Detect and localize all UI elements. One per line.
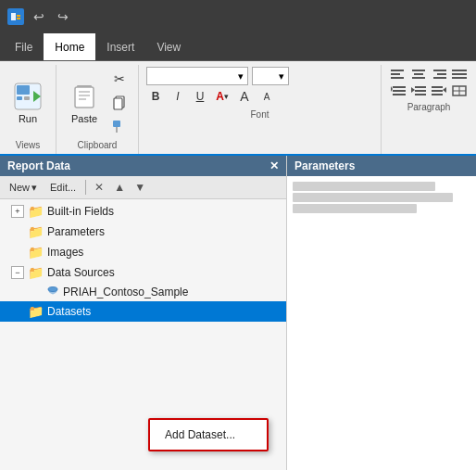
run-button[interactable]: Run	[7, 78, 48, 128]
svg-marker-37	[411, 87, 415, 93]
parameters-panel: Parameters	[287, 156, 476, 470]
menu-file[interactable]: File	[4, 33, 44, 60]
folder-icon-images: 📁	[28, 245, 44, 260]
param-line-3	[293, 204, 417, 213]
align-right-button[interactable]	[430, 67, 448, 82]
priah-label: PRIAH_Contoso_Sample	[63, 286, 188, 299]
report-data-title: Report Data	[7, 159, 70, 172]
report-data-header: Report Data ✕	[0, 156, 286, 176]
svg-rect-34	[415, 86, 426, 88]
indent-decrease-button[interactable]	[430, 83, 448, 98]
new-button[interactable]: New ▾	[4, 180, 43, 196]
tree-item-parameters[interactable]: 📁 Parameters	[0, 222, 286, 242]
svg-rect-13	[79, 98, 86, 100]
svg-rect-2	[17, 15, 20, 17]
move-down-button[interactable]: ▼	[131, 178, 149, 197]
parameters-title: Parameters	[294, 159, 355, 172]
tree-item-builtin[interactable]: + 📁 Built-in Fields	[0, 201, 286, 222]
line-spacing-button[interactable]	[389, 83, 407, 98]
italic-button[interactable]: I	[169, 87, 187, 106]
svg-rect-39	[432, 90, 443, 92]
datasets-label: Datasets	[47, 305, 91, 318]
report-data-panel: Report Data ✕ New ▾ Edit... ✕ ▲ ▼ + 📁 Bu…	[0, 156, 287, 470]
justify-button[interactable]	[450, 67, 469, 82]
clipboard-group-label: Clipboard	[78, 140, 118, 152]
svg-rect-15	[114, 98, 122, 109]
svg-rect-12	[79, 95, 90, 96]
borders-button[interactable]	[450, 83, 469, 98]
font-color-button[interactable]: A ▾	[213, 87, 232, 106]
svg-rect-21	[412, 70, 425, 71]
tree-item-datasets[interactable]: 📁 Datasets	[0, 301, 286, 322]
folder-icon-datasources: 📁	[28, 265, 44, 280]
svg-rect-16	[113, 121, 120, 127]
menu-insert[interactable]: Insert	[95, 33, 145, 60]
parameters-content	[287, 176, 476, 470]
svg-rect-1	[11, 13, 16, 20]
svg-rect-40	[432, 94, 443, 95]
parameters-header: Parameters	[287, 156, 476, 176]
builtin-label: Built-in Fields	[47, 205, 114, 218]
undo-button[interactable]: ↩	[30, 7, 48, 26]
cut-button[interactable]: ✂	[108, 68, 131, 90]
images-label: Images	[47, 246, 83, 259]
paragraph-group-label: Paragraph	[389, 102, 469, 114]
svg-rect-11	[79, 91, 90, 93]
ribbon-group-views: Run Views	[0, 65, 56, 154]
views-group-label: Views	[16, 140, 41, 152]
copy-button[interactable]	[108, 92, 131, 114]
font-size-dropdown[interactable]: ▾	[252, 67, 289, 85]
close-icon[interactable]: ✕	[269, 159, 279, 172]
folder-icon-datasets: 📁	[28, 304, 44, 319]
redo-button[interactable]: ↪	[54, 7, 72, 26]
tree-item-images[interactable]: 📁 Images	[0, 242, 286, 262]
svg-rect-32	[393, 94, 406, 95]
ribbon: Run Views Paste ✂	[0, 61, 476, 156]
svg-rect-24	[433, 70, 446, 71]
menu-home[interactable]: Home	[44, 33, 95, 60]
font-size-chevron: ▾	[279, 70, 284, 83]
datasources-label: Data Sources	[47, 266, 115, 279]
indent-increase-button[interactable]	[409, 83, 428, 98]
font-name-dropdown[interactable]: ▾	[146, 67, 248, 85]
add-dataset-item[interactable]: Add Dataset...	[150, 424, 267, 446]
edit-button[interactable]: Edit...	[44, 180, 81, 195]
svg-rect-22	[414, 73, 423, 75]
run-label: Run	[19, 113, 37, 124]
svg-rect-7	[24, 96, 30, 100]
menu-bar: File Home Insert View	[0, 33, 476, 61]
parameter-lines	[291, 180, 472, 215]
delete-button[interactable]: ✕	[90, 178, 108, 197]
svg-rect-3	[17, 18, 20, 19]
parameters-label: Parameters	[47, 225, 105, 238]
svg-rect-27	[452, 70, 467, 71]
font-size-increase-button[interactable]: A	[235, 87, 254, 106]
ribbon-group-font: ▾ ▾ B I U A ▾ A A Font	[139, 65, 382, 154]
tree-item-datasources[interactable]: − 📁 Data Sources	[0, 262, 286, 283]
underline-button[interactable]: U	[191, 87, 209, 106]
svg-rect-36	[415, 94, 426, 95]
paste-icon	[69, 82, 99, 111]
tree-item-priah[interactable]: PRIAH_Contoso_Sample	[0, 283, 286, 301]
font-size-decrease-button[interactable]: A	[257, 87, 276, 106]
align-left-button[interactable]	[389, 67, 407, 82]
svg-rect-25	[437, 73, 446, 75]
move-up-button[interactable]: ▲	[110, 178, 129, 197]
svg-rect-23	[412, 77, 425, 79]
svg-rect-19	[391, 73, 400, 75]
title-bar: ↩ ↪	[0, 0, 476, 33]
svg-rect-28	[452, 73, 467, 75]
paste-button[interactable]: Paste	[64, 78, 105, 128]
align-center-button[interactable]	[409, 67, 428, 82]
param-line-2	[293, 193, 453, 202]
expand-datasources[interactable]: −	[11, 266, 24, 279]
toolbar-separator	[85, 180, 86, 195]
app-icon	[7, 8, 24, 25]
format-painter-button[interactable]	[108, 116, 131, 138]
expand-builtin[interactable]: +	[11, 205, 24, 218]
svg-rect-20	[391, 77, 404, 79]
bold-button[interactable]: B	[146, 87, 165, 106]
menu-view[interactable]: View	[145, 33, 192, 60]
svg-rect-30	[393, 86, 406, 88]
svg-marker-41	[443, 87, 446, 93]
